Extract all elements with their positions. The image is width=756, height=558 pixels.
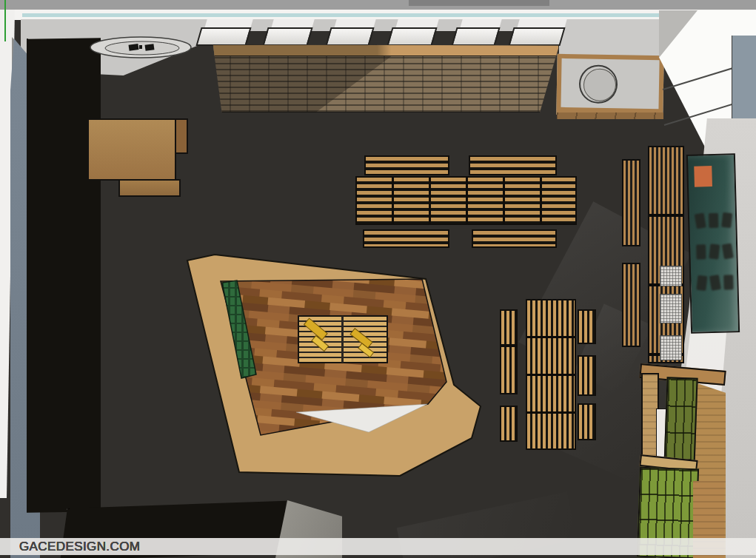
reception-desk-top bbox=[87, 118, 176, 181]
skylight-panel bbox=[508, 27, 565, 46]
bench-right-1 bbox=[578, 309, 596, 344]
wire-basket bbox=[660, 335, 682, 360]
cabinet-top-right bbox=[556, 54, 663, 117]
slatted-wall-top-rail bbox=[210, 45, 558, 56]
poster-grid-image bbox=[709, 275, 721, 291]
poster-grid-image bbox=[709, 243, 720, 259]
ceiling-light-fixture bbox=[87, 36, 198, 65]
bench-right-3 bbox=[578, 403, 596, 440]
light-glyph bbox=[145, 44, 155, 51]
watermark-bar: GACEDESIGN.COMGACEDESIGN.COMGACEDESIGN.C… bbox=[0, 538, 756, 555]
poster-grid-image bbox=[709, 213, 719, 228]
slatted-feature-wall bbox=[210, 44, 559, 112]
poster-grid-image bbox=[721, 212, 732, 228]
render-canvas: GACEDESIGN.COMGACEDESIGN.COMGACEDESIGN.C… bbox=[0, 0, 756, 558]
wood-platform bbox=[170, 244, 504, 488]
reception-desk-side bbox=[175, 118, 188, 154]
bench-top-right bbox=[469, 155, 557, 175]
poster-accent-square bbox=[694, 166, 712, 187]
right-wall-upper bbox=[732, 36, 756, 124]
reading-table-long bbox=[526, 299, 576, 450]
shelf-cell bbox=[27, 39, 28, 41]
slatted-wall-shadow bbox=[210, 56, 558, 113]
left-cube-shelving bbox=[27, 38, 101, 513]
poster-grid-image bbox=[696, 275, 707, 291]
poster-grid-image bbox=[696, 244, 706, 259]
poster-grid-image bbox=[723, 275, 734, 289]
reception-desk-return bbox=[118, 179, 181, 197]
skylight-panel bbox=[262, 27, 312, 46]
skylight-panel bbox=[451, 27, 500, 46]
display-shelf-wide bbox=[648, 146, 684, 363]
poster-grid-image bbox=[722, 243, 734, 260]
skylight-panel bbox=[195, 27, 251, 46]
skylight-panel bbox=[325, 27, 374, 46]
bench-right-2 bbox=[578, 355, 596, 396]
wall-poster bbox=[686, 153, 740, 334]
wire-basket bbox=[660, 294, 682, 323]
skylight-panel bbox=[387, 27, 437, 46]
display-shelf-narrow-lower bbox=[622, 263, 640, 347]
shelf-cell bbox=[67, 508, 69, 510]
cabinet-front-edge bbox=[557, 112, 663, 119]
poster-grid-image bbox=[695, 213, 706, 229]
display-shelf-narrow-upper bbox=[622, 159, 640, 246]
bench-top-left bbox=[364, 155, 449, 175]
reading-table-large bbox=[355, 176, 577, 225]
watermark-text: GACEDESIGN.COM bbox=[19, 539, 140, 554]
wire-basket bbox=[660, 266, 682, 286]
